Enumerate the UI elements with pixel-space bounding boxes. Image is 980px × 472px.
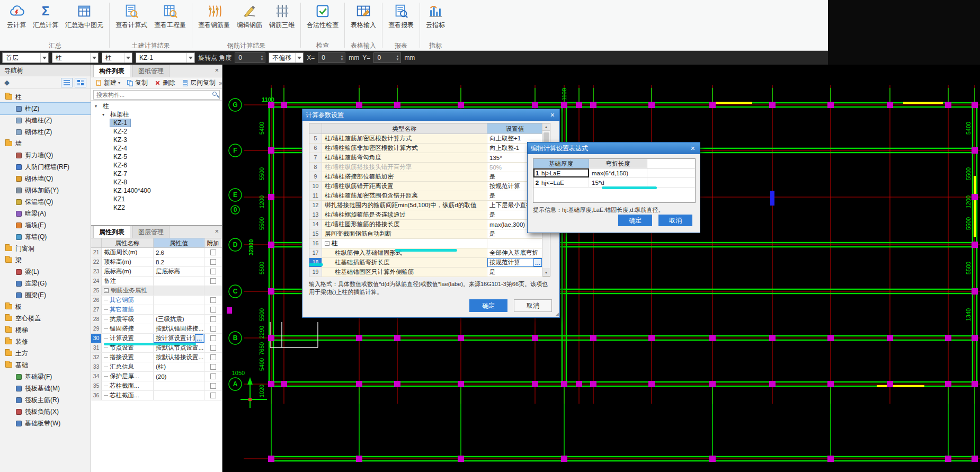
component-tree-row[interactable]: KZ-2: [91, 127, 222, 136]
tab-drawing-management[interactable]: 图纸管理: [132, 65, 170, 77]
property-value[interactable]: 按默认节点设置...: [154, 343, 204, 352]
property-value[interactable]: (柱): [154, 362, 204, 371]
ribbon-button-view-quantity[interactable]: 查看工程量: [151, 1, 189, 30]
nav-item-row[interactable]: 砌体加筋(Y): [0, 184, 91, 196]
nav-group-row[interactable]: 装修: [0, 336, 91, 348]
property-row[interactable]: 36芯柱截面...: [91, 391, 222, 400]
attach-checkbox[interactable]: [210, 364, 216, 370]
ribbon-button-calc-selected[interactable]: 汇总选中图元: [62, 1, 106, 30]
nav-item-row[interactable]: 人防门框墙(RF): [0, 161, 91, 173]
property-value[interactable]: 按计算设置计算...…: [154, 334, 204, 343]
property-value[interactable]: [154, 277, 204, 286]
category-select[interactable]: 柱: [52, 52, 99, 63]
attach-checkbox[interactable]: [210, 393, 216, 398]
scroll-down-icon[interactable]: ▼: [542, 269, 550, 276]
nav-item-row[interactable]: 幕墙(Q): [0, 231, 91, 243]
nav-item-row[interactable]: 梁(L): [0, 266, 91, 278]
close-icon[interactable]: ×: [215, 66, 219, 74]
setting-row[interactable]: 15层间变截面钢筋自动判断是: [309, 229, 550, 239]
element-select[interactable]: KZ-1: [136, 52, 195, 63]
nav-item-selected[interactable]: 柱(Z): [0, 103, 91, 114]
nav-item-row[interactable]: 连梁(G): [0, 278, 91, 289]
attach-checkbox[interactable]: [210, 259, 216, 265]
component-tree-row[interactable]: KZ2: [91, 203, 222, 212]
property-value[interactable]: [154, 391, 204, 400]
attach-checkbox[interactable]: [210, 326, 216, 332]
setting-row[interactable]: 13柱/墙柱螺旋箍筋是否连续通过是: [309, 210, 550, 220]
chevron-down-icon[interactable]: [186, 53, 194, 63]
ribbon-button-view-formula[interactable]: 查看计算式: [112, 1, 150, 30]
setting-row[interactable]: 10柱/墙柱纵筋错开距离设置按规范计算: [309, 182, 550, 191]
nav-item-row[interactable]: 砌体柱(Z): [0, 126, 91, 138]
nav-group-row[interactable]: 梁: [0, 254, 91, 266]
grid-view-icon[interactable]: [75, 78, 86, 87]
type-select[interactable]: 柱: [102, 52, 132, 63]
setting-value[interactable]: 全部伸入基底弯折: [487, 248, 542, 257]
nav-item-row[interactable]: 剪力墙(Q): [0, 149, 91, 161]
component-tree-row[interactable]: KZ-4: [91, 144, 222, 153]
nav-item-row[interactable]: 基础梁(F): [0, 371, 91, 382]
property-value[interactable]: [154, 305, 204, 314]
close-icon[interactable]: ×: [689, 145, 697, 152]
setting-row[interactable]: 14柱/墙柱圆形箍筋的搭接长度max(lae,300): [309, 220, 550, 229]
setting-row[interactable]: 9柱/墙柱搭接部位箍筋加密是: [309, 172, 550, 182]
property-row[interactable]: 27其它箍筋: [91, 305, 222, 315]
ribbon-button-view-rebar[interactable]: 查看钢筋量: [195, 1, 233, 30]
chevron-down-icon[interactable]: [40, 53, 48, 63]
component-tree-row[interactable]: KZ1: [91, 195, 222, 203]
scroll-up-icon[interactable]: ▲: [542, 123, 550, 131]
value-cell[interactable]: max(6*d,150): [589, 168, 647, 177]
cancel-button[interactable]: 取消: [658, 215, 692, 226]
dialog-titlebar[interactable]: 计算参数设置 ×: [302, 109, 559, 121]
attach-checkbox[interactable]: [210, 373, 216, 379]
nav-item-row[interactable]: 筏板主筋(R): [0, 394, 91, 406]
tab-component-list[interactable]: 构件列表: [93, 65, 130, 77]
offset-select[interactable]: 不偏移: [269, 52, 304, 63]
angle-stepper[interactable]: 0 ▲▼: [235, 52, 265, 63]
collapse-icon[interactable]: [104, 288, 109, 293]
ribbon-button-view-report[interactable]: 查看报表: [385, 1, 417, 30]
setting-value[interactable]: 按规范计算…: [487, 258, 542, 267]
nav-item-row[interactable]: 暗梁(A): [0, 208, 91, 219]
setting-row[interactable]: 8柱/墙柱纵筋搭接接头错开百分率50%: [309, 163, 550, 172]
component-tree-row[interactable]: KZ-1400*400: [91, 186, 222, 195]
property-row[interactable]: 29锚固搭接按默认锚固搭接...: [91, 324, 222, 334]
setting-row[interactable]: 7柱/墙柱箍筋弯勾角度135°: [309, 153, 550, 163]
nav-group-row[interactable]: 柱: [0, 91, 91, 103]
nav-item-row[interactable]: 砌体墙(Q): [0, 173, 91, 184]
expression-row[interactable]: 1hj>LaEmax(6*d,150): [533, 168, 695, 178]
collapse-icon[interactable]: [325, 241, 329, 246]
component-tree-row[interactable]: ▾柱: [91, 102, 222, 110]
property-value[interactable]: [154, 296, 204, 305]
nav-group-row[interactable]: 土方: [0, 348, 91, 359]
property-row[interactable]: 35芯柱截面...: [91, 381, 222, 391]
new-button[interactable]: 新建▾: [93, 78, 122, 88]
setting-value[interactable]: [487, 239, 542, 248]
component-tree-row[interactable]: KZ-5: [91, 153, 222, 161]
attach-checkbox[interactable]: [210, 297, 216, 303]
component-tree-row[interactable]: KZ-7: [91, 170, 222, 178]
chevron-down-icon[interactable]: [90, 53, 98, 63]
ellipsis-button[interactable]: …: [195, 334, 203, 342]
chevron-down-icon[interactable]: [295, 53, 303, 63]
attach-checkbox[interactable]: [210, 335, 216, 341]
property-row[interactable]: 23底标高(m)层底标高: [91, 267, 222, 277]
property-value[interactable]: [154, 381, 204, 390]
ribbon-button-cloud-index[interactable]: 云指标: [423, 1, 448, 30]
y-stepper[interactable]: 0 ▲▼: [373, 52, 401, 63]
ok-button[interactable]: 确定: [618, 215, 652, 226]
nav-group-row[interactable]: 墙: [0, 138, 91, 149]
condition-cell[interactable]: 1hj>LaE: [533, 168, 589, 177]
resize-grip-icon[interactable]: ◢: [555, 311, 559, 317]
attach-checkbox[interactable]: [210, 345, 216, 351]
delete-button[interactable]: 删除: [152, 78, 177, 88]
value-cell[interactable]: 15*d: [589, 178, 647, 187]
expander-icon[interactable]: ▾: [93, 104, 99, 109]
floor-copy-button[interactable]: 层间复制: [180, 78, 218, 88]
nav-item-row[interactable]: 保温墙(Q): [0, 196, 91, 208]
setting-row[interactable]: 19柱基础锚固区只计算外侧箍筋是: [309, 268, 550, 277]
property-row[interactable]: 33汇总信息(柱): [91, 362, 222, 372]
property-value[interactable]: (三级抗震): [154, 315, 204, 324]
spinner-arrows-icon[interactable]: ▲▼: [338, 55, 345, 61]
property-row[interactable]: 22顶标高(m)8.2: [91, 257, 222, 267]
